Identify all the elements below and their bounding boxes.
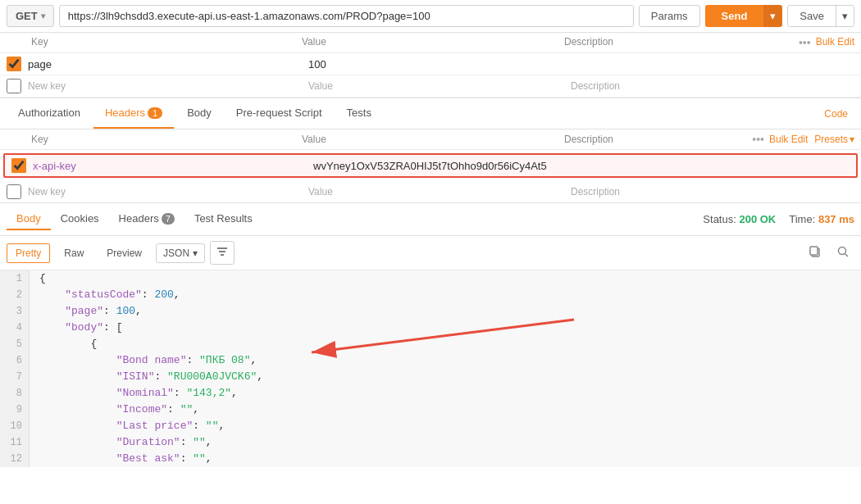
params-desc-header: Description — [564, 36, 799, 49]
chevron-down-icon: ▾ — [41, 11, 45, 20]
new-header-key[interactable]: New key — [28, 186, 308, 198]
save-button[interactable]: Save — [788, 6, 836, 26]
send-button-group: Send ▾ — [705, 5, 783, 27]
resp-tab-body[interactable]: Body — [7, 208, 51, 230]
params-key-header: Key — [7, 36, 302, 49]
header-value-cell: wvYney1OxV53ZRA0HIJ5t7tOhho9d0r56iCy4At5 — [313, 160, 576, 172]
resp-tab-headers[interactable]: Headers7 — [109, 208, 184, 230]
tab-authorization[interactable]: Authorization — [7, 98, 92, 129]
json-body[interactable]: 1234567891011121314151617 { "statusCode"… — [0, 270, 861, 467]
headers-dots-icon: ••• — [752, 133, 764, 146]
json-select-chevron-icon: ▾ — [193, 247, 198, 259]
presets-link[interactable]: Presets ▾ — [814, 134, 854, 145]
headers-bulk-edit-link[interactable]: Bulk Edit — [769, 134, 808, 145]
resp-tab-test-results[interactable]: Test Results — [184, 208, 262, 230]
headers-table: Key Value Description ••• Bulk Edit Pres… — [0, 129, 861, 203]
headers-badge: 1 — [148, 107, 162, 119]
new-header-checkbox[interactable] — [7, 184, 21, 199]
fmt-tab-pretty[interactable]: Pretty — [7, 243, 50, 263]
new-header-row: New key Value Description — [0, 181, 861, 202]
svg-line-6 — [845, 254, 849, 257]
json-format-select[interactable]: JSON ▾ — [156, 243, 205, 263]
save-dropdown-button[interactable]: ▾ — [836, 6, 854, 26]
method-label: GET — [16, 10, 38, 22]
request-tabs: Authorization Headers1 Body Pre-request … — [0, 98, 861, 129]
line-numbers: 1234567891011121314151617 — [0, 270, 30, 467]
new-param-desc[interactable]: Description — [571, 80, 854, 92]
header-row-checkbox[interactable] — [11, 158, 26, 173]
new-param-key[interactable]: New key — [28, 80, 308, 92]
svg-point-5 — [839, 247, 846, 255]
param-value-cell: 100 — [308, 58, 571, 70]
headers-table-header: Key Value Description ••• Bulk Edit Pres… — [0, 129, 861, 150]
fmt-tab-preview[interactable]: Preview — [98, 243, 151, 263]
new-param-value[interactable]: Value — [308, 80, 571, 92]
bulk-edit-link[interactable]: Bulk Edit — [816, 36, 854, 49]
time-label: Time: 837 ms — [789, 213, 854, 225]
table-row: page 100 — [0, 53, 861, 75]
format-tabs-row: Pretty Raw Preview JSON ▾ — [0, 236, 861, 270]
response-tabs: Body Cookies Headers7 Test Results Statu… — [0, 203, 861, 236]
copy-icon[interactable] — [804, 242, 827, 264]
header-row-highlighted: x-api-key wvYney1OxV53ZRA0HIJ5t7tOhho9d0… — [3, 153, 858, 178]
response-status: Status: 200 OK Time: 837 ms — [703, 213, 854, 225]
param-key-cell: page — [28, 58, 308, 70]
headers-desc-header: Description — [564, 134, 752, 145]
tab-headers[interactable]: Headers1 — [93, 98, 174, 129]
svg-rect-4 — [810, 247, 818, 255]
code-link[interactable]: Code — [818, 108, 854, 120]
json-body-container: 1234567891011121314151617 { "statusCode"… — [0, 270, 861, 467]
method-selector[interactable]: GET ▾ — [7, 5, 54, 27]
params-value-header: Value — [302, 36, 564, 49]
params-table-header: Key Value Description ••• Bulk Edit — [0, 33, 861, 53]
time-value: 837 ms — [818, 213, 854, 225]
url-bar: GET ▾ Params Send ▾ Save ▾ — [0, 0, 861, 33]
param-row-checkbox[interactable] — [7, 57, 21, 71]
tab-pre-request-script[interactable]: Pre-request Script — [225, 98, 334, 129]
filter-icon[interactable] — [210, 241, 235, 265]
presets-chevron-icon: ▾ — [850, 134, 854, 145]
tab-tests[interactable]: Tests — [335, 98, 383, 129]
params-table: Key Value Description ••• Bulk Edit page… — [0, 33, 861, 98]
params-button[interactable]: Params — [639, 5, 700, 27]
json-content: { "statusCode": 200, "page": 100, "body"… — [30, 270, 861, 467]
headers-key-header: Key — [7, 134, 302, 145]
url-input[interactable] — [59, 5, 634, 27]
send-dropdown-button[interactable]: ▾ — [763, 5, 782, 27]
header-key-cell: x-api-key — [33, 160, 313, 172]
dots-icon: ••• — [799, 36, 811, 49]
status-value: 200 OK — [739, 213, 776, 225]
status-label: Status: 200 OK — [703, 213, 776, 225]
new-header-value[interactable]: Value — [308, 186, 571, 198]
resp-headers-badge: 7 — [162, 213, 175, 225]
new-param-checkbox[interactable] — [7, 79, 21, 93]
resp-tab-cookies[interactable]: Cookies — [51, 208, 109, 230]
headers-value-header: Value — [302, 134, 564, 145]
new-header-desc[interactable]: Description — [571, 186, 854, 198]
save-button-group: Save ▾ — [787, 5, 854, 27]
new-param-row: New key Value Description — [0, 75, 861, 98]
send-button[interactable]: Send — [705, 5, 764, 27]
fmt-tab-raw[interactable]: Raw — [55, 243, 93, 263]
search-icon[interactable] — [831, 242, 854, 264]
tab-body[interactable]: Body — [175, 98, 223, 129]
